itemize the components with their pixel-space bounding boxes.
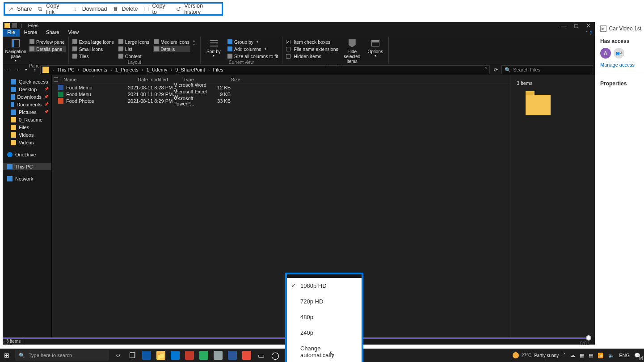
extra-large-icons-button[interactable]: Extra large icons — [72, 38, 115, 45]
copy-link-button[interactable]: ⧉Copy link — [38, 3, 67, 15]
collapse-ribbon-icon[interactable]: ˇ — [586, 30, 588, 36]
file-extensions-toggle[interactable]: File name extensions — [285, 46, 339, 52]
item-checkboxes-toggle[interactable]: ✓Item check boxes — [285, 38, 339, 45]
app-icon-6[interactable]: ▭ — [257, 351, 265, 360]
weather-widget[interactable]: 27°C Partly sunny — [513, 352, 559, 358]
preview-pane-button[interactable]: Preview pane — [29, 38, 66, 45]
store-icon[interactable] — [171, 351, 180, 360]
task-view-icon[interactable]: ❐ — [128, 351, 137, 360]
copy-to-button[interactable]: ❐Copy to — [144, 3, 170, 15]
file-row[interactable]: Food Menu 2021-08-11 8:29 PM Microsoft E… — [52, 91, 511, 97]
version-history-button[interactable]: ↺Version history — [176, 3, 218, 15]
word-icon — [58, 85, 63, 90]
column-size[interactable]: Size — [219, 77, 245, 82]
column-type[interactable]: Type — [183, 77, 219, 82]
sidebar-item-quick-access[interactable]: Quick access — [3, 78, 51, 85]
tab-view[interactable]: View — [63, 29, 83, 37]
avatar[interactable]: A — [600, 48, 611, 59]
select-all-checkbox[interactable] — [54, 77, 58, 82]
progress-knob[interactable] — [586, 335, 591, 341]
sidebar-item-pictures[interactable]: Pictures — [3, 108, 51, 116]
tiles-button[interactable]: Tiles — [72, 53, 115, 59]
quality-720p[interactable]: 720p HD — [287, 294, 362, 309]
group-by-button[interactable]: Group by — [227, 38, 279, 45]
details-view-button[interactable]: Details — [153, 46, 190, 52]
hidden-items-toggle[interactable]: Hidden items — [285, 53, 339, 59]
hide-selected-button[interactable]: Hide selected items — [342, 38, 362, 64]
content-button[interactable]: Content — [118, 53, 150, 59]
app-icon-2[interactable] — [199, 351, 208, 360]
maximize-button[interactable]: ▢ — [574, 23, 578, 29]
file-row[interactable]: Food Photos 2021-08-11 8:29 PM Microsoft… — [52, 97, 511, 104]
navigation-pane-button[interactable]: Navigation pane▾ — [5, 38, 26, 63]
sidebar-item-videos-2[interactable]: Videos — [3, 139, 51, 146]
volume-icon[interactable]: 🔈 — [608, 353, 615, 358]
up-button[interactable]: ↑ — [31, 67, 38, 72]
titlebar: | Files — ▢ ✕ — [3, 22, 595, 29]
close-button[interactable]: ✕ — [586, 23, 590, 29]
add-columns-button[interactable]: Add columns — [227, 46, 279, 52]
app-icon-1[interactable] — [185, 351, 194, 360]
quality-480p[interactable]: 480p — [287, 309, 362, 325]
help-icon[interactable]: ? — [589, 30, 592, 36]
list-button[interactable]: List — [118, 46, 150, 52]
download-button[interactable]: ↓Download — [74, 6, 107, 12]
quality-1080p[interactable]: 1080p HD — [287, 278, 362, 294]
forward-button[interactable]: → — [13, 67, 21, 72]
wifi-icon[interactable]: 📶 — [598, 353, 604, 358]
sidebar-item-this-pc[interactable]: This PC — [3, 163, 51, 170]
sidebar-item-onedrive[interactable]: OneDrive — [3, 151, 51, 158]
column-date[interactable]: Date modified — [138, 77, 183, 82]
column-name[interactable]: Name˄ — [62, 77, 138, 82]
tray-icon-1[interactable]: ▦ — [580, 353, 584, 358]
excel-icon — [58, 92, 63, 97]
cortana-icon[interactable]: ○ — [114, 351, 122, 360]
recent-button[interactable]: ▾ — [22, 67, 29, 72]
app-icon-5[interactable] — [242, 351, 251, 360]
quality-240p[interactable]: 240p — [287, 325, 362, 341]
layout-more-button[interactable]: ▾ — [193, 42, 198, 46]
delete-button[interactable]: 🗑Delete — [113, 6, 138, 12]
taskbar-search[interactable]: 🔍 Type here to search — [15, 350, 109, 361]
small-icons-button[interactable]: Small icons — [72, 46, 115, 52]
details-pane-button[interactable]: Details pane — [29, 46, 66, 52]
edge-icon[interactable] — [142, 351, 151, 360]
quality-auto[interactable]: Change automatically — [287, 341, 362, 362]
breadcrumb[interactable]: This PC Documents 1_Projects 1_Udemy 9_S… — [40, 65, 490, 74]
tab-file[interactable]: File — [3, 29, 20, 37]
tray-icon-2[interactable]: ▤ — [589, 353, 593, 358]
app-icon-3[interactable] — [214, 351, 223, 360]
sort-by-button[interactable]: Sort by▾ — [203, 38, 224, 58]
refresh-button[interactable]: ⟳ — [492, 67, 500, 73]
back-button[interactable]: ← — [4, 67, 12, 72]
medium-icons-button[interactable]: Medium icons — [153, 38, 190, 45]
chrome-icon[interactable]: ◯ — [271, 351, 280, 360]
access-count-badge[interactable]: 👥4 — [614, 48, 624, 59]
breadcrumb-dropdown[interactable]: ˅ — [485, 67, 488, 73]
search-input[interactable]: 🔍 Search Files — [501, 65, 593, 74]
size-all-columns-button[interactable]: Size all columns to fit — [227, 53, 279, 59]
sidebar-item-network[interactable]: Network — [3, 175, 51, 182]
tray-chevron-icon[interactable]: ˄ — [563, 353, 566, 358]
minimize-button[interactable]: — — [561, 23, 566, 29]
sidebar-item-desktop[interactable]: Desktop — [3, 85, 51, 93]
share-button[interactable]: ↗Share — [8, 6, 32, 12]
manage-access-link[interactable]: Manage access — [600, 62, 641, 67]
app-icon-4[interactable] — [228, 351, 237, 360]
options-button[interactable]: Options▾ — [365, 38, 386, 58]
explorer-icon[interactable]: 📁 — [156, 351, 165, 360]
sidebar-item-downloads[interactable]: Downloads — [3, 93, 51, 101]
sidebar-item-videos-1[interactable]: Videos — [3, 131, 51, 139]
file-row[interactable]: Food Memo 2021-08-11 8:28 PM Microsoft W… — [52, 84, 511, 91]
language-indicator[interactable]: ENG — [619, 353, 630, 358]
tab-share[interactable]: Share — [42, 29, 63, 37]
start-button[interactable]: ⊞ — [0, 349, 13, 362]
sidebar-item-documents[interactable]: Documents — [3, 101, 51, 108]
large-icons-button[interactable]: Large icons — [118, 38, 150, 45]
window-title: Files — [28, 23, 38, 28]
sidebar-item-resume[interactable]: 0_Resume — [3, 116, 51, 123]
sidebar-item-files[interactable]: Files — [3, 123, 51, 131]
play-icon: ▶ — [600, 25, 606, 32]
tab-home[interactable]: Home — [20, 29, 42, 37]
onedrive-tray-icon[interactable]: ☁ — [570, 353, 575, 358]
